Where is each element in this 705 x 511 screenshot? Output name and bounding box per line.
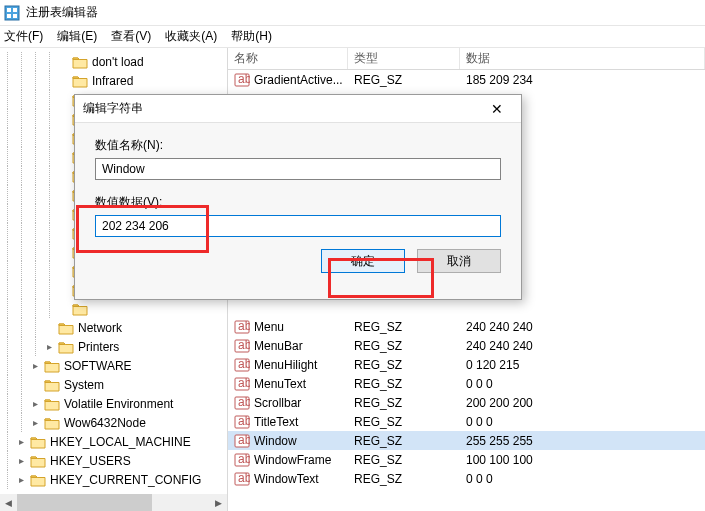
list-row[interactable]: abMenuHilightREG_SZ0 120 215	[228, 355, 705, 374]
tree-item[interactable]: ▸Volatile Environment	[0, 394, 227, 413]
expand-toggle-icon[interactable]	[56, 280, 70, 299]
dialog-titlebar[interactable]: 编辑字符串 ✕	[75, 95, 521, 123]
list-row[interactable]: abTitleTextREG_SZ0 0 0	[228, 412, 705, 431]
expand-toggle-icon[interactable]	[56, 242, 70, 261]
scroll-track[interactable]	[17, 494, 210, 511]
expand-toggle-icon[interactable]	[28, 375, 42, 394]
expand-toggle-icon[interactable]	[56, 185, 70, 204]
value-data-input[interactable]	[95, 215, 501, 237]
col-header-type[interactable]: 类型	[348, 48, 460, 69]
menu-favorites[interactable]: 收藏夹(A)	[165, 28, 217, 45]
tree-item-label: HKEY_CURRENT_CONFIG	[50, 473, 201, 487]
tree-item[interactable]: ▸HKEY_CURRENT_CONFIG	[0, 470, 227, 489]
tree-item[interactable]: ▸HKEY_USERS	[0, 451, 227, 470]
cell-type: REG_SZ	[348, 396, 460, 410]
list-row[interactable]: abWindowREG_SZ255 255 255	[228, 431, 705, 450]
ok-button-label: 确定	[351, 253, 375, 270]
tree-item[interactable]: System	[0, 375, 227, 394]
tree-item[interactable]: Infrared	[0, 71, 227, 90]
tree-item[interactable]: ▸SOFTWARE	[0, 356, 227, 375]
cell-type: REG_SZ	[348, 377, 460, 391]
tree-item-label: Network	[78, 321, 122, 335]
tree-item-label: Printers	[78, 340, 119, 354]
list-row[interactable]: abWindowTextREG_SZ0 0 0	[228, 469, 705, 488]
cell-type: REG_SZ	[348, 453, 460, 467]
svg-text:ab: ab	[238, 471, 250, 485]
expand-toggle-icon[interactable]: ▸	[42, 337, 56, 356]
svg-text:ab: ab	[238, 452, 250, 466]
tree-item[interactable]: don't load	[0, 52, 227, 71]
expand-toggle-icon[interactable]	[56, 52, 70, 71]
reg-string-icon: ab	[234, 452, 250, 468]
expand-toggle-icon[interactable]: ▸	[14, 451, 28, 470]
value-data-label: 数值数据(V):	[95, 194, 501, 211]
expand-toggle-icon[interactable]: ▸	[14, 432, 28, 451]
expand-toggle-icon[interactable]	[56, 166, 70, 185]
reg-string-icon: ab	[234, 338, 250, 354]
expand-toggle-icon[interactable]	[56, 90, 70, 109]
expand-toggle-icon[interactable]	[56, 204, 70, 223]
tree-item-label: Volatile Environment	[64, 397, 173, 411]
close-icon[interactable]: ✕	[481, 97, 513, 121]
tree-hscrollbar[interactable]: ◀ ▶	[0, 494, 227, 511]
tree-item-label: System	[64, 378, 104, 392]
expand-toggle-icon[interactable]: ▸	[28, 413, 42, 432]
list-row[interactable]: abMenuREG_SZ240 240 240	[228, 317, 705, 336]
reg-string-icon: ab	[234, 471, 250, 487]
list-row[interactable]: abGradientActive...REG_SZ185 209 234	[228, 70, 705, 89]
menu-view[interactable]: 查看(V)	[111, 28, 151, 45]
tree-item[interactable]	[0, 299, 227, 318]
svg-text:ab: ab	[238, 72, 250, 86]
scroll-right-icon[interactable]: ▶	[210, 494, 227, 511]
expand-toggle-icon[interactable]: ▸	[28, 356, 42, 375]
scroll-left-icon[interactable]: ◀	[0, 494, 17, 511]
list-row[interactable]: abScrollbarREG_SZ200 200 200	[228, 393, 705, 412]
expand-toggle-icon[interactable]	[56, 128, 70, 147]
svg-text:ab: ab	[238, 319, 250, 333]
cell-data: 240 240 240	[460, 339, 705, 353]
expand-toggle-icon[interactable]: ▸	[28, 394, 42, 413]
list-row[interactable]: abWindowFrameREG_SZ100 100 100	[228, 450, 705, 469]
svg-rect-2	[13, 8, 17, 12]
folder-icon	[58, 321, 74, 335]
folder-icon	[44, 397, 60, 411]
expand-toggle-icon[interactable]	[56, 71, 70, 90]
tree-item-label: HKEY_USERS	[50, 454, 131, 468]
folder-icon	[44, 416, 60, 430]
list-row[interactable]: abMenuTextREG_SZ0 0 0	[228, 374, 705, 393]
ok-button[interactable]: 确定	[321, 249, 405, 273]
list-row[interactable]	[228, 298, 705, 317]
menu-file[interactable]: 文件(F)	[4, 28, 43, 45]
expand-toggle-icon[interactable]	[56, 223, 70, 242]
cell-data: 255 255 255	[460, 434, 705, 448]
tree-item-label: HKEY_LOCAL_MACHINE	[50, 435, 191, 449]
cancel-button[interactable]: 取消	[417, 249, 501, 273]
cell-name: GradientActive...	[254, 73, 343, 87]
value-name-input[interactable]	[95, 158, 501, 180]
cell-name: Window	[254, 434, 297, 448]
col-header-name[interactable]: 名称	[228, 48, 348, 69]
cell-data: 100 100 100	[460, 453, 705, 467]
col-header-data[interactable]: 数据	[460, 48, 705, 69]
scroll-thumb[interactable]	[17, 494, 152, 511]
tree-item[interactable]: ▸HKEY_LOCAL_MACHINE	[0, 432, 227, 451]
cell-type: REG_SZ	[348, 472, 460, 486]
svg-text:ab: ab	[238, 376, 250, 390]
expand-toggle-icon[interactable]	[56, 147, 70, 166]
cell-name: MenuHilight	[254, 358, 317, 372]
cell-name: Menu	[254, 320, 284, 334]
expand-toggle-icon[interactable]	[56, 109, 70, 128]
reg-string-icon: ab	[234, 357, 250, 373]
folder-icon	[58, 340, 74, 354]
expand-toggle-icon[interactable]	[56, 261, 70, 280]
menu-edit[interactable]: 编辑(E)	[57, 28, 97, 45]
tree-item[interactable]: Network	[0, 318, 227, 337]
tree-item[interactable]: ▸Wow6432Node	[0, 413, 227, 432]
svg-text:ab: ab	[238, 357, 250, 371]
tree-item[interactable]: ▸Printers	[0, 337, 227, 356]
expand-toggle-icon[interactable]: ▸	[14, 470, 28, 489]
list-row[interactable]: abMenuBarREG_SZ240 240 240	[228, 336, 705, 355]
expand-toggle-icon[interactable]	[42, 318, 56, 337]
expand-toggle-icon[interactable]	[56, 299, 70, 318]
menu-help[interactable]: 帮助(H)	[231, 28, 272, 45]
